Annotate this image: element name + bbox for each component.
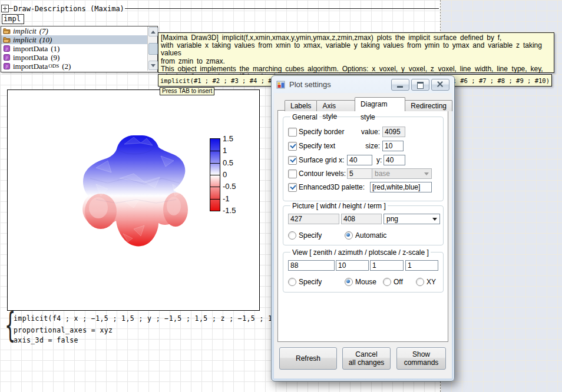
- item-count: (9): [51, 53, 59, 62]
- expand-plus-icon[interactable]: [1, 5, 9, 12]
- list-item[interactable]: p importData (9): [1, 53, 157, 62]
- colorbar-tick-label: 0: [223, 170, 227, 179]
- radio-label[interactable]: Automatic: [355, 231, 386, 240]
- grid-x-field[interactable]: 40: [347, 155, 372, 165]
- scroll-down-button[interactable]: [148, 61, 158, 70]
- tab-diagram-style[interactable]: Diagram style: [355, 97, 405, 111]
- colorbar-cell: [210, 199, 220, 211]
- colorbar-tick-label: 0.5: [223, 158, 233, 167]
- grid-y-field[interactable]: 40: [384, 155, 405, 165]
- radio-label[interactable]: Specify: [299, 278, 322, 286]
- button-label-line2: commands: [397, 358, 445, 367]
- chevron-down-icon: [432, 218, 437, 221]
- item-label: importData: [13, 53, 48, 62]
- picture-term-combo[interactable]: png: [384, 214, 440, 224]
- colorbar-tick-label: -1: [223, 194, 230, 203]
- chevron-down-icon: [424, 172, 429, 175]
- checkbox-label[interactable]: Specify text: [299, 142, 335, 150]
- list-item[interactable]: implicit (7): [1, 26, 157, 35]
- tab-redirecting[interactable]: Redirecting: [405, 100, 452, 111]
- autocomplete-list[interactable]: implicit (7) implicit (10) p importData …: [1, 26, 158, 72]
- item-subscript: ODS: [48, 62, 59, 71]
- tab-labels[interactable]: Labels: [285, 100, 317, 111]
- maximize-button[interactable]: [411, 79, 429, 91]
- scrollbar[interactable]: [147, 26, 157, 71]
- specify-text-checkbox[interactable]: [288, 142, 297, 151]
- refresh-button[interactable]: Refresh: [279, 347, 337, 370]
- button-label-line1: Cancel: [343, 350, 390, 358]
- code-line[interactable]: implicit(f4 ; x ; −1,5 ; 1,5 ; y ; −1,5 …: [14, 314, 285, 323]
- contour-levels-field[interactable]: 5: [347, 168, 372, 179]
- colorbar-cell: [210, 163, 220, 175]
- view-mouse-radio[interactable]: [345, 278, 353, 286]
- view-specify-radio[interactable]: [288, 278, 296, 286]
- tab-strip[interactable]: Labels Axis style Diagram style Redirect…: [285, 98, 452, 111]
- radio-label[interactable]: Mouse: [355, 278, 376, 286]
- colorbar-tick-label: 1: [223, 146, 227, 155]
- specify-border-checkbox[interactable]: [288, 128, 297, 137]
- item-label: importData: [13, 62, 48, 71]
- group-title: Picture [ widht / height / term ]: [290, 202, 388, 210]
- checkbox-label[interactable]: Contour levels:: [299, 170, 346, 178]
- list-item-selected[interactable]: implicit (10): [1, 35, 157, 44]
- colorbar-cell: [210, 139, 220, 151]
- enhanced3d-checkbox[interactable]: [288, 183, 297, 192]
- scroll-thumb[interactable]: [148, 43, 158, 55]
- formula-input[interactable]: impl: [2, 14, 24, 24]
- svg-text:p: p: [5, 64, 8, 69]
- contour-base-combo[interactable]: base: [372, 168, 432, 179]
- minimize-button[interactable]: [391, 79, 409, 91]
- button-label: Refresh: [280, 354, 336, 363]
- view-xy-radio[interactable]: [416, 278, 424, 286]
- contour-levels-checkbox[interactable]: [288, 170, 297, 178]
- tab-axis-style[interactable]: Axis style: [316, 100, 355, 111]
- specify-text-row: Specify text size: 10: [288, 141, 439, 151]
- scroll-up-button[interactable]: [148, 27, 158, 36]
- contour-levels-row: Contour levels: 5 base: [288, 168, 439, 179]
- plot-settings-dialog[interactable]: Plot settings Labels Axis style Diagram …: [271, 75, 455, 381]
- minimize-icon: [397, 86, 403, 88]
- enhanced3d-row: Enhanced3D palette: [red,white,blue]: [288, 182, 439, 192]
- code-line[interactable]: proportional_axes = xyz: [14, 326, 113, 334]
- colorbar-tick-label: -0.5: [223, 182, 236, 191]
- palette-field[interactable]: [red,white,blue]: [370, 182, 432, 192]
- window-icon: [276, 81, 286, 89]
- radio-label[interactable]: Specify: [299, 231, 322, 240]
- checkbox-label[interactable]: Specify border: [299, 128, 344, 136]
- diagram-style-tab-page: General Specify border value: 4095 Speci…: [277, 110, 448, 342]
- worksheet-canvas[interactable]: Draw-Descriptions (Maxima) impl implicit…: [0, 0, 562, 392]
- list-item[interactable]: p importData (1): [1, 44, 157, 53]
- zscale-field[interactable]: 1: [405, 260, 438, 271]
- code-line[interactable]: axis_3d = false: [14, 336, 78, 344]
- picture-width-field[interactable]: 427: [288, 214, 339, 224]
- surface-grid-checkbox[interactable]: [288, 156, 297, 165]
- plot-region[interactable]: 1.5 1 0.5 0 -0.5 -1 -1.5: [7, 89, 260, 311]
- dialog-titlebar[interactable]: Plot settings: [272, 76, 454, 93]
- item-count: (2): [62, 62, 71, 71]
- border-value-field[interactable]: 4095: [382, 127, 405, 137]
- cancel-all-changes-button[interactable]: Cancel all changes: [342, 347, 391, 370]
- picture-automatic-radio[interactable]: [345, 231, 353, 240]
- implicit-surface-plot: [8, 90, 259, 309]
- zenith-field[interactable]: 88: [288, 260, 335, 271]
- show-commands-button[interactable]: Show commands: [396, 347, 446, 370]
- radio-label[interactable]: Off: [394, 278, 403, 286]
- colorbar-tick-label: 1.5: [223, 134, 233, 143]
- azimuth-field[interactable]: 10: [336, 260, 369, 271]
- text-size-field[interactable]: 10: [382, 141, 404, 151]
- close-button[interactable]: [431, 79, 449, 91]
- view-off-radio[interactable]: [383, 278, 391, 286]
- plotscale-field[interactable]: 1: [370, 260, 404, 271]
- checkbox-label[interactable]: Enhanced3D palette:: [299, 183, 365, 191]
- item-label: implicit: [13, 26, 37, 35]
- dialog-client-area: Labels Axis style Diagram style Redirect…: [274, 93, 452, 378]
- arrow-down-icon: [151, 64, 156, 67]
- picture-specify-radio[interactable]: [288, 231, 296, 240]
- checkbox-label[interactable]: Surface grid x:: [299, 156, 344, 164]
- specify-border-row: Specify border value: 4095: [288, 127, 439, 137]
- list-item[interactable]: p importData ODS (2): [1, 62, 157, 71]
- divider: [125, 8, 439, 9]
- picture-height-field[interactable]: 408: [341, 214, 382, 224]
- radio-label[interactable]: XY: [427, 278, 436, 286]
- function-page-icon: p: [3, 63, 11, 69]
